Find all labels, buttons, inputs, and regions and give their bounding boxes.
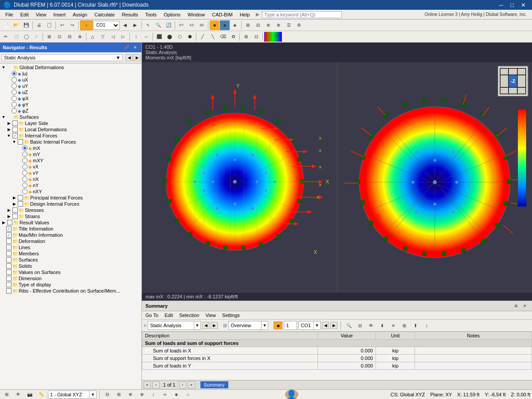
summary-analysis-prev[interactable]: ◀ — [202, 322, 209, 329]
minimize-button[interactable]: ─ — [497, 2, 506, 8]
summary-menu-view[interactable]: View — [203, 312, 218, 318]
radio-20[interactable] — [22, 189, 27, 194]
menu-insert[interactable]: Insert — [50, 11, 69, 18]
tb2-btn-16[interactable]: ⬤ — [164, 32, 174, 42]
extra-btn-3[interactable]: ⊕ — [263, 20, 273, 30]
extra-btn-5[interactable]: ☰ — [284, 20, 293, 30]
menu-edit[interactable]: Edit — [17, 11, 32, 18]
summary-analysis-next[interactable]: ▶ — [211, 322, 218, 329]
tb2-btn-9[interactable]: △ — [88, 32, 98, 42]
tb2-btn-4[interactable]: ⟋ — [31, 32, 41, 42]
tree-item-30[interactable]: 📁Members — [0, 250, 141, 257]
summary-view-arrow[interactable]: ▼ — [261, 321, 268, 329]
check-32[interactable] — [6, 263, 12, 269]
bottom-btn-8[interactable]: ⌂ — [183, 390, 193, 399]
expand-btn-8[interactable]: ▼ — [1, 114, 6, 120]
expand-btn-12[interactable]: ▼ — [12, 139, 17, 145]
tb2-btn-13[interactable]: ↕ — [131, 32, 141, 42]
open-btn[interactable]: 📂 — [11, 20, 21, 30]
tb2-btn-18[interactable]: ⬢ — [185, 32, 195, 42]
tb2-color-btn[interactable] — [264, 32, 282, 42]
tree-item-9[interactable]: ▶📁Layer Side — [0, 120, 141, 126]
tb2-btn-6[interactable]: ⊡ — [55, 32, 64, 42]
expand-btn-9[interactable]: ▶ — [6, 121, 12, 126]
summary-search-btn[interactable]: 🔍 — [344, 321, 354, 330]
menu-tools[interactable]: Tools — [141, 11, 160, 18]
tree-item-6[interactable]: ◆φY — [0, 102, 141, 108]
tree-item-15[interactable]: ◆mXY — [0, 157, 141, 164]
tb2-btn-22[interactable]: ♻ — [228, 32, 238, 42]
bottom-eye-btn[interactable]: 👁 — [13, 390, 23, 399]
tree-item-18[interactable]: ◆nX — [0, 176, 141, 182]
check-9[interactable] — [12, 121, 18, 126]
select-btn[interactable]: ↖ — [143, 20, 153, 30]
tree-item-31[interactable]: 📁Surfaces — [0, 257, 141, 263]
tb2-btn-10[interactable]: ▽ — [98, 32, 108, 42]
menu-view[interactable]: View — [32, 11, 50, 18]
extra-btn-4[interactable]: ⊗ — [274, 20, 283, 30]
bottom-btn-4[interactable]: ⊗ — [137, 390, 147, 399]
prev-lc-btn[interactable]: ◀ — [120, 20, 130, 30]
bottom-measure-btn[interactable]: 📏 — [36, 390, 46, 399]
check-34[interactable] — [6, 276, 12, 281]
tb2-btn-21[interactable]: ⌫ — [218, 32, 228, 42]
extra-btn-2[interactable]: ⊟ — [253, 20, 263, 30]
menu-assign[interactable]: Assign — [69, 11, 91, 18]
tb-btn-1[interactable]: 1 — [80, 20, 93, 30]
radio-14[interactable] — [22, 152, 27, 157]
check-36[interactable] — [6, 288, 12, 293]
radio-2[interactable] — [12, 77, 17, 82]
print-btn[interactable]: 🖨 — [34, 20, 44, 30]
undo-btn[interactable]: ↩ — [57, 20, 67, 30]
summary-view-mode-btn[interactable]: 👁 — [366, 321, 376, 330]
tb2-btn-20[interactable]: ╲ — [208, 32, 218, 42]
print2-btn[interactable]: 📋 — [44, 20, 54, 30]
tree-item-1[interactable]: ◆|u| — [0, 70, 141, 77]
radio-7[interactable] — [12, 108, 17, 113]
bottom-btn-2[interactable]: ⊞ — [114, 390, 124, 399]
bottom-btn-3[interactable]: ⊕ — [125, 390, 135, 399]
summary-lc-prev[interactable]: ◀ — [322, 322, 329, 329]
check-24[interactable] — [12, 214, 18, 219]
fem-view-left[interactable]: X Y X x x x x x — [142, 62, 337, 293]
bottom-cam-btn[interactable]: 📷 — [25, 390, 35, 399]
view-canvas[interactable]: X Y X x x x x x — [142, 62, 532, 293]
tree-item-34[interactable]: 📁Dimension — [0, 275, 141, 282]
menu-calculate[interactable]: Calculate — [91, 11, 118, 18]
radio-16[interactable] — [22, 164, 27, 169]
expand-btn-21[interactable]: ▶ — [12, 195, 17, 200]
check-22[interactable] — [18, 201, 23, 207]
tree-item-8[interactable]: ▼📁Surfaces — [0, 114, 141, 120]
radio-1[interactable] — [12, 71, 17, 76]
check-23[interactable] — [12, 207, 18, 213]
tb2-btn-12[interactable]: ▷ — [118, 32, 128, 42]
tree-item-28[interactable]: 📁Deformation — [0, 238, 141, 244]
summary-view-combo[interactable]: Overview ▼ — [228, 321, 268, 330]
tree-item-2[interactable]: ◆uX — [0, 77, 141, 83]
summary-print-btn[interactable]: ⊞ — [399, 321, 409, 330]
table-row[interactable]: Sum of loads in X 0.000 kip — [142, 347, 532, 355]
expand-btn-0[interactable]: ▼ — [1, 65, 6, 70]
tree-item-20[interactable]: ◆nXY — [0, 188, 141, 195]
summary-menu-goto[interactable]: Go To — [144, 312, 160, 318]
save-btn[interactable]: 💾 — [21, 20, 31, 30]
zoom-btn[interactable]: 🔍 — [153, 20, 163, 30]
tree-item-27[interactable]: ✓📁Max/Min Information — [0, 232, 141, 238]
tb2-btn-3[interactable]: ◯ — [21, 32, 31, 42]
tree-item-13[interactable]: ◆mX — [0, 145, 141, 151]
tree-item-36[interactable]: 📁Ribs - Effective Contribution on Surfac… — [0, 288, 141, 294]
summary-filter-btn[interactable]: ⊟ — [355, 321, 365, 330]
tb2-btn-5[interactable]: ⊞ — [44, 32, 54, 42]
tree-item-7[interactable]: ◆φZ — [0, 108, 141, 114]
tb2-btn-11[interactable]: ◁ — [108, 32, 118, 42]
tb2-btn-1[interactable]: ✏ — [1, 32, 11, 42]
tree-item-3[interactable]: ◆uY — [0, 83, 141, 89]
view1-btn[interactable]: XY — [176, 20, 186, 30]
check-28[interactable] — [6, 239, 12, 244]
tree-item-19[interactable]: ◆nY — [0, 182, 141, 188]
tree-item-35[interactable]: 📁Type of display — [0, 282, 141, 288]
tree-item-22[interactable]: ▶📁Design Internal Forces — [0, 201, 141, 207]
table-row[interactable]: Sum of loads in Y 0.000 kip — [142, 362, 532, 370]
footer-next-btn[interactable]: › — [179, 381, 186, 388]
render-btn[interactable]: ◈ — [230, 20, 240, 30]
